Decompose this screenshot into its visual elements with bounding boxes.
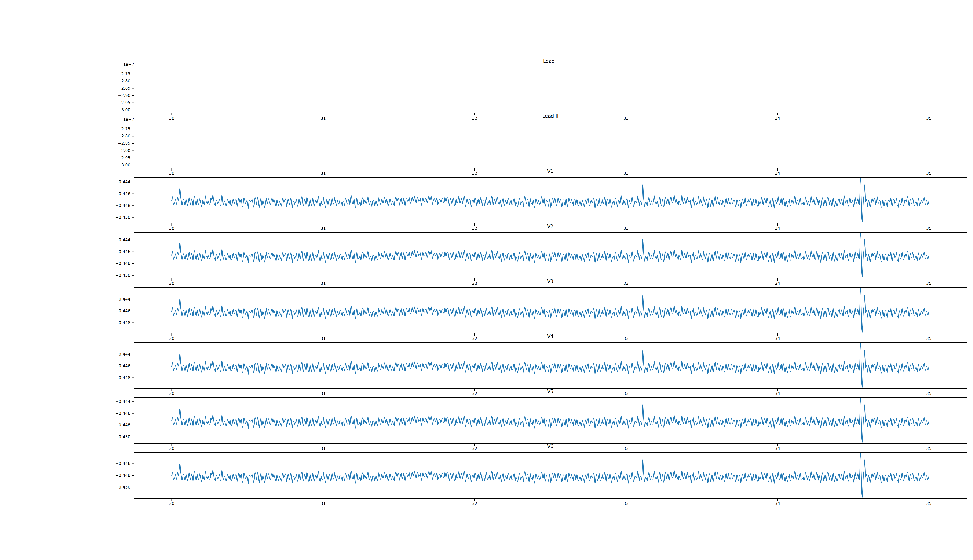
y-tick-label: −2.95 [90,155,130,161]
subplot-title: Lead II [134,113,967,120]
y-tick-label: −0.450 [90,434,130,440]
y-tick-label: −0.448 [90,261,130,266]
waveform-line [172,453,929,497]
plot-canvas [117,341,973,392]
y-tick-label: −0.446 [90,249,130,255]
subplot-title: V5 [134,388,967,395]
waveform-line [172,343,929,387]
y-tick-label: −2.85 [90,85,130,91]
y-tick-label: −0.446 [90,191,130,197]
y-tick-label: −0.444 [90,297,130,302]
plot-canvas [117,176,973,227]
subplot-title: V4 [134,333,967,340]
waveform-line [172,178,929,222]
ecg-multilead-figure: Lead I 1e−7 −2.75−2.80−2.85−2.90−2.95−3.… [0,0,973,560]
x-tick-label: 30 [160,501,184,506]
plot-canvas [117,231,973,282]
y-tick-label: −0.450 [90,215,130,220]
y-tick-label: −2.90 [90,93,130,98]
plot-canvas [117,121,973,172]
y-tick-label: −0.446 [90,308,130,313]
y-tick-label: −0.448 [90,203,130,208]
subplot-title: V3 [134,278,967,285]
y-tick-label: −2.95 [90,100,130,106]
y-tick-label: −2.90 [90,148,130,153]
y-tick-label: −2.75 [90,126,130,132]
y-tick-label: −0.444 [90,179,130,185]
subplot-title: Lead I [134,58,967,65]
y-tick-label: −0.444 [90,237,130,243]
y-tick-label: −0.446 [90,461,130,466]
x-tick-label: 33 [614,501,638,506]
subplot-title: V6 [134,443,967,450]
y-tick-label: −0.446 [90,411,130,416]
y-tick-label: −0.448 [90,422,130,428]
y-tick-label: −2.80 [90,78,130,84]
x-tick-label: 34 [766,501,789,506]
y-tick-label: −0.450 [90,485,130,490]
plot-canvas [117,451,973,502]
waveform-line [172,398,929,442]
y-tick-label: −0.446 [90,363,130,369]
y-tick-label: −0.450 [90,273,130,278]
x-tick-label: 35 [917,501,941,506]
y-tick-label: −2.75 [90,71,130,77]
subplot-title: V2 [134,223,967,230]
y-tick-label: −0.448 [90,375,130,380]
x-tick-label: 32 [463,501,486,506]
plot-canvas [117,66,973,117]
waveform-line [172,288,929,332]
x-tick-label: 31 [311,501,335,506]
plot-canvas [117,286,973,337]
y-tick-label: −0.444 [90,399,130,404]
y-tick-label: −3.00 [90,162,130,168]
y-tick-label: −2.85 [90,141,130,146]
y-tick-label: −0.448 [90,320,130,325]
y-tick-label: −0.448 [90,473,130,478]
y-tick-label: −3.00 [90,107,130,113]
y-tick-label: −2.80 [90,133,130,139]
waveform-line [172,233,929,277]
y-tick-label: −0.444 [90,352,130,357]
plot-canvas [117,396,973,447]
subplot-title: V1 [134,168,967,175]
